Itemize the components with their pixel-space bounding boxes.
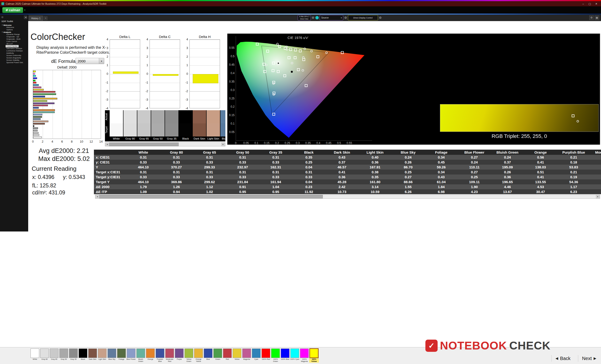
patch-100-green[interactable]: 100% Green: [271, 348, 280, 363]
sidebar-item-options[interactable]: Options: [0, 29, 28, 31]
patch-blue-sky[interactable]: Blue Sky: [107, 348, 117, 363]
sidebar-item-additivity[interactable]: Additivity: [0, 52, 28, 54]
swatch-blue-sky[interactable]: Blue Sky: [220, 110, 225, 141]
patch-label: Green: [215, 358, 220, 363]
scrollbar-thumb[interactable]: [99, 195, 323, 198]
table-cell: 30.47: [524, 190, 557, 194]
workspace-panels-icon[interactable]: ▦: [595, 16, 599, 20]
sidebar-item-screen-stability[interactable]: Screen Stability: [0, 59, 28, 61]
deltae-bar-magenta: [33, 86, 41, 88]
sidebar-item-screen-uniformity[interactable]: Screen Uniformity: [0, 54, 28, 57]
maximize-button[interactable]: ▢: [586, 2, 593, 5]
patch-100-yellow[interactable]: 100% Yellow: [309, 348, 319, 363]
swatch-dark-skin[interactable]: Dark Skin: [193, 110, 206, 141]
sidebar-item-color-gamut[interactable]: Color Gamut: [0, 40, 28, 43]
patch-orange[interactable]: Orange: [146, 348, 155, 363]
add-tab-button[interactable]: +: [44, 16, 47, 20]
patch-yellow[interactable]: Yellow: [232, 348, 242, 363]
patch-magenta[interactable]: Magenta: [242, 348, 251, 363]
swatch-label: Black: [179, 136, 192, 141]
close-button[interactable]: ✕: [593, 2, 600, 5]
sidebar-item-dynamic-range[interactable]: Dynamic Range: [0, 33, 28, 36]
scrollbar-thumb[interactable]: [109, 143, 179, 146]
patch-orange-yellow[interactable]: Orange Yellow: [194, 348, 203, 363]
swatch-gray-35[interactable]: Gray 35: [165, 110, 179, 141]
patch-100-cyan[interactable]: 100% Cyan: [290, 348, 300, 363]
back-button[interactable]: ◀ Back: [551, 355, 571, 362]
scroll-right-button[interactable]: ►: [596, 195, 600, 198]
pin-icon[interactable]: ◎: [1, 16, 3, 18]
patch-black[interactable]: Black: [78, 348, 88, 363]
sidebar-item-luminance-sweeps[interactable]: Luminance Sweeps: [0, 50, 28, 52]
scroll-left-button[interactable]: ◄: [105, 143, 109, 146]
meter-selector[interactable]: X-Rite i1Pro 2 Direct View: [298, 15, 311, 20]
table-cell: 167.91: [359, 165, 391, 169]
sidebar-item-screen-angularity[interactable]: Screen Angularity: [0, 57, 28, 59]
swatch-gray-65[interactable]: Gray 65: [137, 110, 151, 141]
table-cell: 0.31: [160, 155, 193, 159]
calman-logo[interactable]: ✳ calman: [2, 7, 23, 13]
patch-100-blue[interactable]: 100% Blue: [280, 348, 290, 363]
display-settings-gear-icon[interactable]: ⚙: [379, 16, 382, 19]
sidebar-item-spectral-power-dist[interactable]: Spectral Power Dist.: [0, 61, 28, 64]
patch-blue[interactable]: Blue: [203, 348, 213, 363]
delta-c-bar: [153, 74, 179, 76]
next-button[interactable]: Next ▶: [578, 355, 596, 362]
patch-green[interactable]: Green: [213, 348, 222, 363]
swatch-black[interactable]: Black: [179, 110, 192, 141]
swatch-gray-80[interactable]: Gray 80: [123, 110, 137, 141]
swatch-gray-50[interactable]: Gray 50: [151, 110, 165, 141]
patch-100-magenta[interactable]: 100% Magenta: [300, 348, 309, 363]
swatch-white[interactable]: White: [110, 110, 123, 141]
sidebar-item-grayscale-2pt[interactable]: Grayscale - 2pt: [0, 36, 28, 38]
patch-swatch: [79, 348, 87, 358]
patch-dark-skin[interactable]: Dark Skin: [88, 348, 97, 363]
tree-group-welcome[interactable]: ▾Welcome: [0, 24, 28, 26]
patch-100-red[interactable]: 100% Red: [261, 348, 271, 363]
swatch-scrollbar[interactable]: ◄ ►: [105, 142, 225, 146]
sidebar-item-3d-lut[interactable]: 3D LUT: [0, 43, 28, 45]
patch-red[interactable]: Red: [222, 348, 232, 363]
patch-moderate-red[interactable]: Moderate Red: [165, 348, 174, 363]
meter-settings-gear-icon[interactable]: ⚙: [312, 16, 315, 19]
patch-gray-50[interactable]: Gray 50: [59, 348, 69, 363]
logo-menu-chevron-icon[interactable]: ▾: [24, 9, 25, 11]
sidebar-item-grayscale-multi[interactable]: Grayscale - Multi: [0, 38, 28, 40]
column-header-black: Black: [292, 150, 325, 154]
patch-blue-flower[interactable]: Blue Flower: [126, 348, 136, 363]
patch-label: 100% Cyan: [290, 358, 299, 363]
source-settings-gear-icon[interactable]: ⚙: [344, 16, 347, 19]
scrollbar-track[interactable]: [99, 195, 596, 198]
sidebar-item-saturation-sweeps[interactable]: Saturation Sweeps: [0, 47, 28, 50]
patch-cyan[interactable]: Cyan: [251, 348, 261, 363]
patch-white[interactable]: White: [30, 348, 40, 363]
minimize-button[interactable]: –: [580, 2, 586, 5]
table-cell: 1.90: [458, 185, 491, 189]
table-cell: 161.94: [259, 180, 292, 184]
table-cell: 0.21: [557, 170, 590, 174]
patch-gray-65[interactable]: Gray 65: [49, 348, 59, 363]
source-selector[interactable]: Source ▾: [320, 15, 343, 20]
de-formula-select[interactable]: 2000 ▾: [76, 58, 104, 64]
sidebar-item-welcome[interactable]: Welcome: [0, 26, 28, 29]
collapse-sidebar-button[interactable]: ◀: [24, 16, 27, 19]
patch-yellow-green[interactable]: Yellow Green: [184, 348, 194, 363]
table-scrollbar[interactable]: ◄ ►: [95, 195, 600, 199]
patch-gray-35[interactable]: Gray 35: [69, 348, 78, 363]
tab-history-1[interactable]: History 1: [29, 16, 43, 21]
patch-gray-80[interactable]: Gray 80: [40, 348, 49, 363]
patch-light-skin[interactable]: Light Skin: [97, 348, 107, 363]
patch-bluish-green[interactable]: Bluish Green: [136, 348, 146, 363]
scroll-right-button[interactable]: ►: [221, 143, 225, 146]
patch-purple[interactable]: Purple: [174, 348, 184, 363]
table-cell: 0.27: [458, 155, 491, 159]
patch-purplish-blue[interactable]: Purplish Blue: [155, 348, 165, 363]
swatch-light-skin[interactable]: Light Skin: [207, 110, 220, 141]
sidebar-item-colorchecker[interactable]: ColorChecker: [6, 45, 19, 47]
patch-foliage[interactable]: Foliage: [117, 348, 126, 363]
display-control-selector[interactable]: Direct Display Control: [348, 15, 378, 20]
scroll-left-button[interactable]: ◄: [95, 195, 99, 198]
settings-gear-icon[interactable]: ⚙: [589, 16, 594, 20]
tree-group-analysis[interactable]: ▾Analysis: [0, 31, 28, 33]
scrollbar-track[interactable]: [109, 143, 221, 146]
